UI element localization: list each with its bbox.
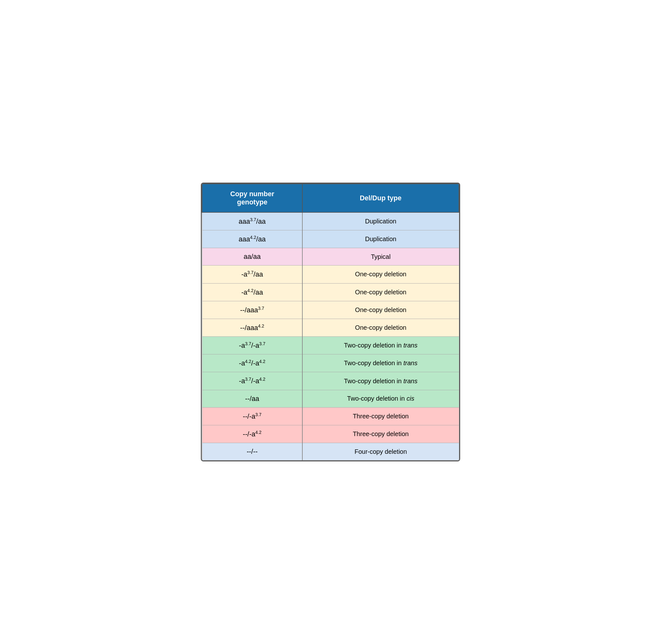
- type-cell: Typical: [302, 248, 459, 266]
- type-cell: Two-copy deletion in cis: [302, 390, 459, 407]
- genotype-cell: aa/aa: [202, 248, 302, 266]
- genotype-cell: --/-a4.2: [202, 425, 302, 443]
- table-row: -a3.7/-a4.2Two-copy deletion in trans: [202, 372, 459, 390]
- genotype-cell: -a4.2/aa: [202, 283, 302, 301]
- genotype-cell: -a3.7/aa: [202, 266, 302, 283]
- main-table-container: Copy numbergenotype Del/Dup type aaa3.7/…: [201, 183, 460, 461]
- table-row: -a3.7/aaOne-copy deletion: [202, 266, 459, 283]
- table-row: --/--Four-copy deletion: [202, 443, 459, 460]
- type-cell: Three-copy deletion: [302, 407, 459, 425]
- table-row: -a3.7/-a3.7Two-copy deletion in trans: [202, 337, 459, 354]
- type-cell: Two-copy deletion in trans: [302, 354, 459, 372]
- type-cell: Two-copy deletion in trans: [302, 337, 459, 354]
- table-row: --/-a3.7Three-copy deletion: [202, 407, 459, 425]
- table-row: --/aaTwo-copy deletion in cis: [202, 390, 459, 407]
- table-header-row: Copy numbergenotype Del/Dup type: [202, 184, 459, 212]
- table-row: --/-a4.2Three-copy deletion: [202, 425, 459, 443]
- table-row: -a4.2/aaOne-copy deletion: [202, 283, 459, 301]
- genotype-cell: aaa4.2/aa: [202, 230, 302, 248]
- type-cell: One-copy deletion: [302, 319, 459, 337]
- genotype-cell: -a3.7/-a4.2: [202, 372, 302, 390]
- genotype-cell: --/aa: [202, 390, 302, 407]
- table-row: --/aaa4.2One-copy deletion: [202, 319, 459, 337]
- genotype-cell: --/--: [202, 443, 302, 460]
- table-row: aaa3.7/aaDuplication: [202, 212, 459, 230]
- genotype-cell: --/aaa3.7: [202, 301, 302, 319]
- type-cell: Duplication: [302, 230, 459, 248]
- type-cell: Four-copy deletion: [302, 443, 459, 460]
- type-cell: Three-copy deletion: [302, 425, 459, 443]
- type-cell: One-copy deletion: [302, 266, 459, 283]
- genotype-cell: -a3.7/-a3.7: [202, 337, 302, 354]
- col-header-genotype: Copy numbergenotype: [202, 184, 302, 212]
- genotype-cell: --/-a3.7: [202, 407, 302, 425]
- type-cell: One-copy deletion: [302, 283, 459, 301]
- genotype-table: Copy numbergenotype Del/Dup type aaa3.7/…: [202, 184, 459, 460]
- table-row: aaa4.2/aaDuplication: [202, 230, 459, 248]
- type-cell: One-copy deletion: [302, 301, 459, 319]
- genotype-cell: --/aaa4.2: [202, 319, 302, 337]
- col-header-type: Del/Dup type: [302, 184, 459, 212]
- type-cell: Two-copy deletion in trans: [302, 372, 459, 390]
- genotype-cell: -a4.2/-a4.2: [202, 354, 302, 372]
- genotype-cell: aaa3.7/aa: [202, 212, 302, 230]
- table-row: aa/aaTypical: [202, 248, 459, 266]
- table-row: -a4.2/-a4.2Two-copy deletion in trans: [202, 354, 459, 372]
- type-cell: Duplication: [302, 212, 459, 230]
- table-row: --/aaa3.7One-copy deletion: [202, 301, 459, 319]
